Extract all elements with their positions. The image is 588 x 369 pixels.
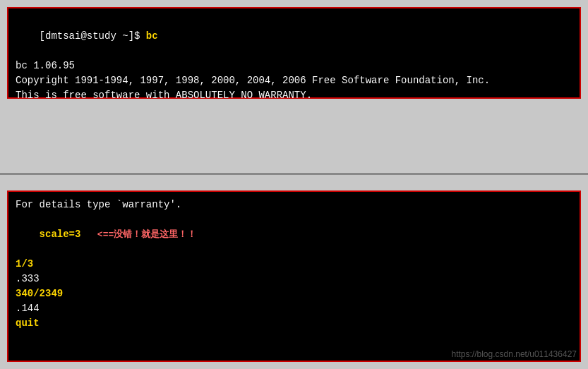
b-line-2: scale=3 <==没错！就是这里！！ bbox=[16, 212, 572, 257]
watermark-text: https://blog.csdn.net/u011436427 bbox=[452, 349, 577, 359]
b-line-6: .144 bbox=[16, 301, 572, 316]
terminal-top: [dmtsai@study ~]$ bc bc 1.06.95 Copyrigh… bbox=[7, 7, 581, 99]
terminal-bottom: For details type `warranty'. scale=3 <==… bbox=[7, 190, 581, 362]
scale-command: scale=3 bbox=[40, 229, 81, 240]
prompt-text: [dmtsai@study ~]$ bbox=[40, 30, 146, 42]
scale-annotation: <==没错！就是这里！！ bbox=[80, 229, 196, 240]
b-line-7: quit bbox=[16, 316, 572, 331]
b-line-5: 340/2349 bbox=[16, 286, 572, 301]
command-bc: bc bbox=[146, 30, 158, 42]
terminal-line-1: [dmtsai@study ~]$ bc bbox=[16, 14, 572, 59]
divider bbox=[0, 173, 588, 175]
terminal-line-4: This is free software with ABSOLUTELY NO… bbox=[16, 88, 572, 103]
b-line-1: For details type `warranty'. bbox=[16, 198, 572, 212]
terminal-line-3: Copyright 1991-1994, 1997, 1998, 2000, 2… bbox=[16, 73, 572, 88]
b-line-4: .333 bbox=[16, 272, 572, 286]
b-line-3: 1/3 bbox=[16, 257, 572, 272]
terminal-line-2: bc 1.06.95 bbox=[16, 59, 572, 73]
